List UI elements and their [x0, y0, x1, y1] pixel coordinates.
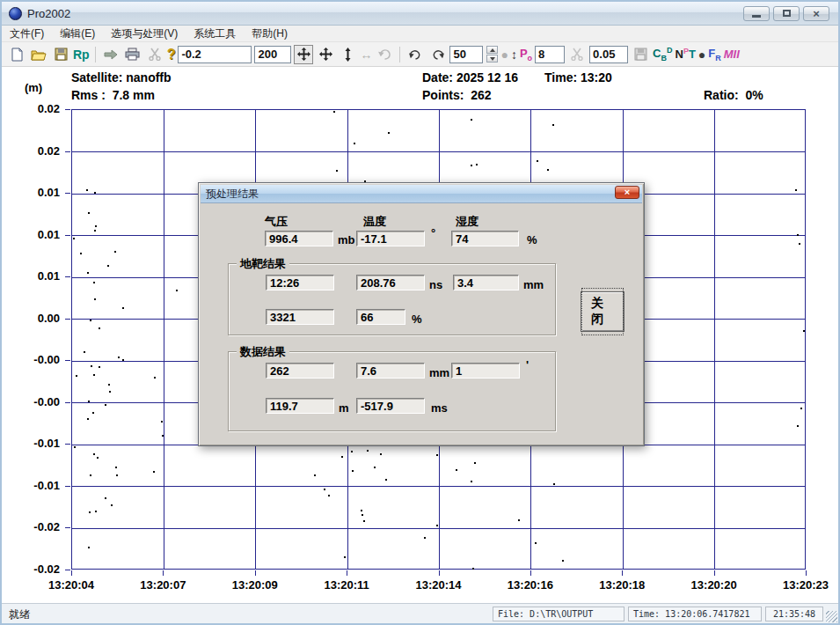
undo-icon	[409, 48, 422, 60]
help-button[interactable]: ?	[167, 47, 176, 62]
data-point	[107, 265, 109, 267]
menu-edit[interactable]: 编辑(E)	[52, 25, 103, 43]
marker-button[interactable]: ●	[698, 48, 705, 62]
undo-gray-icon	[378, 48, 391, 60]
menu-file[interactable]: 文件(F)	[2, 25, 52, 43]
data-point	[93, 282, 95, 283]
open-file-button[interactable]	[29, 45, 48, 64]
target-count-field[interactable]: 3321	[266, 309, 334, 325]
new-file-button[interactable]	[7, 45, 26, 64]
close-cta-label: 关闭	[581, 288, 624, 335]
pressure-label: 气压	[265, 214, 288, 230]
x-tick	[163, 570, 164, 576]
updown-button[interactable]: ↕	[511, 48, 517, 62]
data-range-field[interactable]: 119.7	[266, 398, 334, 414]
save-button[interactable]	[51, 45, 70, 64]
humidity-field[interactable]: 74	[451, 231, 519, 246]
menu-help[interactable]: 帮助(H)	[244, 25, 296, 43]
data-point	[518, 519, 520, 521]
data-min-field[interactable]: 1	[451, 363, 520, 379]
undo-disabled-button[interactable]	[375, 45, 394, 64]
threshold-input[interactable]	[589, 46, 628, 63]
rp-button[interactable]: Rp	[73, 48, 90, 62]
redo-button[interactable]	[427, 45, 447, 64]
data-point	[97, 457, 99, 459]
horizontal-scale-button[interactable]: ↔	[360, 48, 372, 62]
spin-down-button[interactable]	[486, 55, 498, 62]
humidity-unit: %	[527, 233, 537, 246]
window-size-input[interactable]	[449, 46, 483, 63]
x-tick	[71, 570, 72, 576]
spin-up-button[interactable]	[486, 46, 498, 54]
move-button[interactable]	[316, 45, 335, 64]
undo-button[interactable]	[405, 45, 425, 64]
cut-button[interactable]	[145, 45, 164, 64]
data-point	[105, 404, 106, 406]
save-floppy-icon	[55, 48, 68, 61]
close-button[interactable]: ×	[803, 6, 829, 21]
mii-button[interactable]: MII	[724, 48, 740, 61]
data-point	[324, 489, 325, 490]
x-tick	[714, 570, 715, 576]
cut-disabled-button[interactable]	[567, 45, 587, 64]
resize-grip[interactable]	[826, 611, 837, 622]
save-disabled-button[interactable]	[631, 45, 650, 64]
temperature-field[interactable]: -17.1	[356, 231, 425, 246]
open-folder-icon	[31, 48, 47, 61]
p0-value-input[interactable]	[535, 46, 565, 63]
menu-system-tools[interactable]: 系统工具	[186, 25, 244, 43]
y-tick	[65, 486, 70, 487]
data-point	[799, 243, 800, 245]
toolbar-separator	[95, 47, 96, 62]
data-point	[162, 435, 164, 437]
gridline	[164, 110, 164, 569]
data-point	[111, 504, 113, 506]
offset-input[interactable]	[178, 46, 252, 63]
data-point	[352, 470, 354, 472]
npt-button[interactable]: NPT	[675, 47, 695, 61]
p0-button[interactable]: Po	[520, 47, 532, 62]
print-button[interactable]	[123, 45, 142, 64]
marker-disabled-button[interactable]: ●	[500, 48, 508, 62]
target-ns-field[interactable]: 208.76	[356, 275, 425, 290]
data-point	[73, 238, 75, 239]
data-rms-field[interactable]: 7.6	[356, 363, 425, 379]
data-ms-field[interactable]: -517.9	[356, 398, 425, 414]
data-points-field[interactable]: 262	[266, 363, 334, 379]
y-tick	[65, 235, 70, 236]
forward-arrow-button[interactable]	[101, 45, 121, 64]
data-rms-unit: mm	[429, 366, 449, 379]
dialog-close-cta[interactable]: 关闭	[581, 291, 625, 332]
target-percent-field[interactable]: 66	[356, 309, 405, 325]
data-point	[800, 408, 802, 409]
data-point	[94, 298, 96, 300]
menu-options-processing[interactable]: 选项与处理(V)	[103, 25, 186, 43]
data-point	[474, 462, 476, 464]
cbd-button[interactable]: CBD	[653, 46, 672, 62]
data-point	[385, 479, 387, 481]
mii-num: II	[734, 48, 740, 61]
vertical-scale-button[interactable]	[338, 45, 357, 64]
x-tick	[439, 570, 440, 576]
target-mm-field[interactable]: 3.4	[453, 275, 519, 290]
dialog-titlebar[interactable]: 预处理结果	[201, 185, 642, 203]
y-tick-label: 0.02	[9, 102, 60, 115]
data-point	[471, 165, 472, 166]
dialog-close-button[interactable]: ×	[615, 186, 639, 199]
maximize-button[interactable]	[773, 6, 800, 21]
data-point	[471, 119, 472, 121]
y-axis-unit-label: (m)	[16, 81, 51, 94]
y-tick-label: -0.01	[9, 479, 60, 492]
pressure-field[interactable]: 996.4	[265, 231, 333, 246]
y-tick-label: -0.02	[9, 562, 60, 576]
data-point	[535, 542, 537, 544]
minimize-button[interactable]	[743, 6, 770, 21]
gridline	[714, 110, 715, 569]
data-results-title: 数据结果	[237, 344, 289, 360]
range-input[interactable]	[254, 46, 291, 63]
y-tick-label: 0.00	[9, 312, 60, 325]
target-time-field[interactable]: 12:26	[266, 275, 334, 290]
pan-mode-button[interactable]	[294, 45, 313, 64]
fr-button[interactable]: FR	[708, 47, 720, 62]
data-point	[76, 375, 77, 377]
